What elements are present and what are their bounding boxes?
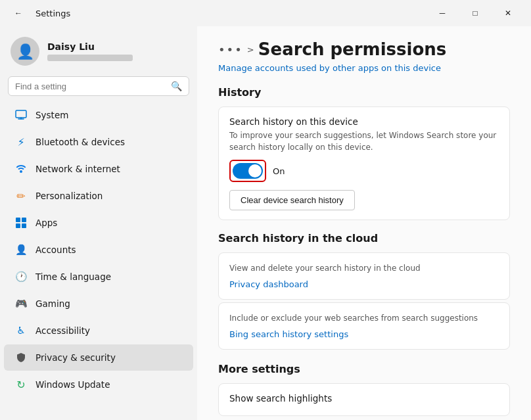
search-box[interactable]: 🔍 bbox=[8, 76, 189, 96]
device-history-label: Search history on this device bbox=[229, 116, 499, 127]
sidebar-item-network-label: Network & internet bbox=[35, 164, 120, 174]
back-icon: ← bbox=[14, 9, 22, 18]
sidebar-item-network[interactable]: Network & internet bbox=[4, 156, 193, 182]
sidebar-item-update[interactable]: ↻ Windows Update bbox=[4, 371, 193, 398]
system-icon bbox=[14, 108, 28, 122]
update-icon: ↻ bbox=[14, 378, 28, 391]
maximize-icon: □ bbox=[473, 9, 477, 18]
sidebar-item-apps-label: Apps bbox=[35, 218, 57, 228]
toggle-state-label: On bbox=[273, 166, 285, 176]
user-name: Daisy Liu bbox=[47, 41, 133, 52]
more-settings-title: More settings bbox=[218, 363, 510, 375]
sidebar-item-accounts[interactable]: 👤 Accounts bbox=[4, 237, 193, 263]
toggle-row: On bbox=[229, 160, 499, 182]
sidebar-item-accessibility[interactable]: ♿ Accessibility bbox=[4, 317, 193, 344]
sidebar-item-apps[interactable]: Apps bbox=[4, 210, 193, 236]
page-header: ••• > Search permissions Manage accounts… bbox=[218, 26, 510, 73]
sidebar-item-time[interactable]: 🕐 Time & language bbox=[4, 264, 193, 290]
device-history-desc: To improve your search suggestions, let … bbox=[229, 129, 499, 153]
sidebar-item-time-label: Time & language bbox=[35, 271, 111, 282]
sidebar-item-accessibility-label: Accessibility bbox=[35, 325, 90, 336]
sidebar-item-system[interactable]: System bbox=[4, 102, 193, 128]
breadcrumb-dots[interactable]: ••• bbox=[218, 43, 243, 57]
history-section: History Search history on this device To… bbox=[218, 86, 510, 350]
user-profile[interactable]: 👤 Daisy Liu bbox=[0, 26, 197, 74]
breadcrumb: ••• > Search permissions bbox=[218, 39, 510, 59]
history-title: History bbox=[218, 86, 510, 99]
minimize-button[interactable]: ─ bbox=[427, 3, 457, 24]
sidebar-item-privacy-label: Privacy & security bbox=[35, 352, 116, 363]
sidebar-item-gaming-label: Gaming bbox=[35, 298, 70, 309]
svg-rect-7 bbox=[22, 223, 26, 228]
title-bar: ← Settings ─ □ ✕ bbox=[0, 0, 531, 26]
nav-menu: System ⚡ Bluetooth & devices Network & i… bbox=[0, 101, 197, 398]
personalization-icon: ✏️ bbox=[14, 189, 28, 202]
cloud-history-include-row: Include or exclude your web searches fro… bbox=[218, 302, 510, 350]
close-icon: ✕ bbox=[505, 9, 511, 18]
sidebar-item-privacy[interactable]: Privacy & security bbox=[4, 344, 193, 371]
network-icon bbox=[14, 162, 28, 175]
breadcrumb-separator: > bbox=[247, 45, 254, 55]
svg-rect-6 bbox=[16, 223, 20, 228]
svg-rect-4 bbox=[16, 218, 20, 222]
sidebar-item-bluetooth-label: Bluetooth & devices bbox=[35, 137, 125, 147]
cloud-history-view-row: View and delete your search history in t… bbox=[218, 252, 510, 300]
sidebar-item-update-label: Windows Update bbox=[35, 379, 110, 390]
title-bar-left: ← Settings bbox=[8, 3, 70, 24]
search-history-toggle[interactable] bbox=[233, 163, 263, 179]
cloud-history-title: Search history in the cloud bbox=[218, 232, 510, 245]
svg-point-3 bbox=[20, 170, 22, 173]
avatar-icon: 👤 bbox=[16, 43, 34, 60]
device-history-row: Search history on this device To improve… bbox=[218, 106, 510, 220]
apps-icon bbox=[14, 216, 28, 229]
sidebar-item-gaming[interactable]: 🎮 Gaming bbox=[4, 291, 193, 317]
svg-rect-5 bbox=[22, 218, 26, 222]
user-email bbox=[47, 55, 133, 61]
bluetooth-icon: ⚡ bbox=[14, 135, 28, 149]
back-button[interactable]: ← bbox=[8, 3, 29, 24]
minimize-icon: ─ bbox=[440, 9, 446, 18]
close-button[interactable]: ✕ bbox=[493, 3, 523, 24]
sidebar-item-personalization[interactable]: ✏️ Personalization bbox=[4, 183, 193, 209]
privacy-dashboard-link[interactable]: Privacy dashboard bbox=[229, 279, 308, 289]
sidebar-item-accounts-label: Accounts bbox=[35, 245, 76, 255]
page-title: Search permissions bbox=[258, 39, 446, 59]
time-icon: 🕐 bbox=[14, 270, 28, 283]
app-body: 👤 Daisy Liu 🔍 System ⚡ Bluetooth & devic… bbox=[0, 26, 531, 420]
bing-history-link[interactable]: Bing search history settings bbox=[229, 329, 348, 339]
toggle-knob bbox=[248, 164, 262, 177]
privacy-icon bbox=[14, 351, 28, 364]
window-controls: ─ □ ✕ bbox=[427, 3, 523, 24]
include-searches-desc: Include or exclude your web searches fro… bbox=[229, 312, 499, 324]
accounts-icon: 👤 bbox=[14, 243, 28, 256]
show-highlights-row: Show search highlights bbox=[218, 383, 510, 416]
maximize-button[interactable]: □ bbox=[460, 3, 490, 24]
show-highlights-label: Show search highlights bbox=[229, 393, 499, 404]
manage-accounts-link[interactable]: Manage accounts used by other apps on th… bbox=[218, 63, 510, 73]
main-content: ••• > Search permissions Manage accounts… bbox=[197, 26, 531, 420]
user-info: Daisy Liu bbox=[47, 41, 133, 61]
sidebar-item-personalization-label: Personalization bbox=[35, 191, 103, 201]
more-settings-section: More settings Show search highlights bbox=[218, 363, 510, 416]
svg-rect-0 bbox=[16, 110, 26, 118]
sidebar-item-bluetooth[interactable]: ⚡ Bluetooth & devices bbox=[4, 129, 193, 155]
clear-history-button[interactable]: Clear device search history bbox=[229, 190, 355, 210]
cloud-history-desc: View and delete your search history in t… bbox=[229, 262, 499, 274]
search-input[interactable] bbox=[15, 82, 166, 91]
toggle-highlight bbox=[229, 160, 266, 182]
accessibility-icon: ♿ bbox=[14, 324, 28, 337]
sidebar: 👤 Daisy Liu 🔍 System ⚡ Bluetooth & devic… bbox=[0, 26, 197, 420]
search-icon: 🔍 bbox=[171, 81, 182, 91]
sidebar-item-system-label: System bbox=[35, 110, 68, 120]
gaming-icon: 🎮 bbox=[14, 297, 28, 310]
avatar: 👤 bbox=[11, 37, 39, 66]
app-title: Settings bbox=[35, 9, 70, 18]
